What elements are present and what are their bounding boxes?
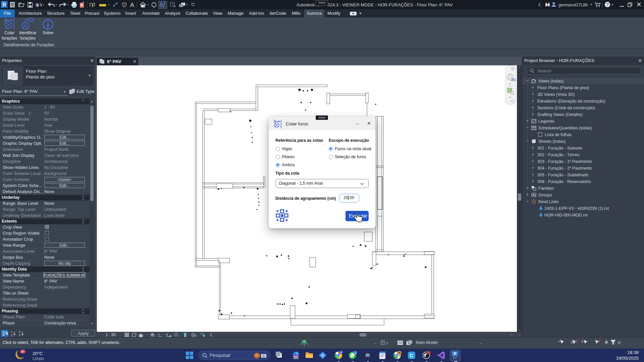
svg-text:2D: 2D [511,78,516,82]
svg-text:A: A [11,330,13,334]
svg-text:M365: M365 [293,357,299,359]
svg-text:1: 1 [30,18,32,22]
svg-text::0: :0 [385,341,388,345]
svg-text::0: :0 [617,341,621,345]
svg-text:1: 1 [355,351,356,355]
svg-text:✕: ✕ [575,340,578,343]
svg-text:1: 1 [123,3,125,6]
svg-text:R: R [454,352,457,356]
svg-text:A: A [19,334,21,337]
svg-text:RVT: RVT [453,357,458,359]
svg-text:?: ? [606,2,609,7]
svg-text:R: R [2,2,6,8]
svg-text:Z: Z [11,334,13,337]
svg-text:A: A [130,2,134,8]
svg-text:C: C [410,353,414,358]
svg-text:✕: ✕ [598,340,600,343]
svg-text:germanoG7L88: germanoG7L88 [558,3,588,7]
svg-text:Z: Z [19,330,21,334]
